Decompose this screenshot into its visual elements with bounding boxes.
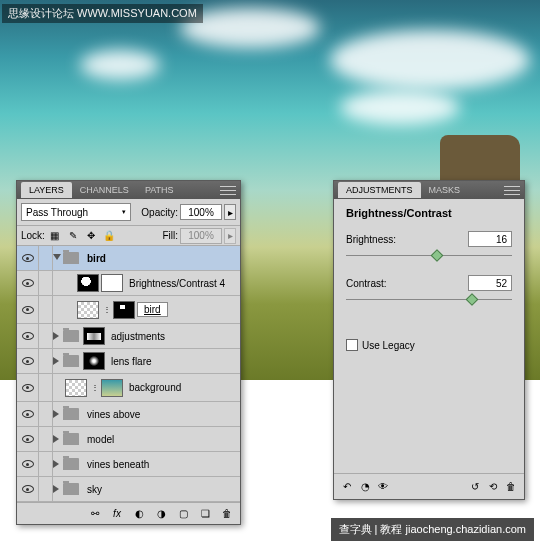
visibility-icon[interactable] xyxy=(22,460,34,468)
reset-icon[interactable]: ⟲ xyxy=(486,480,500,494)
view-icon[interactable]: 👁 xyxy=(376,480,390,494)
folder-icon xyxy=(63,355,79,367)
layer-name: bird xyxy=(83,253,106,264)
disclosure-triangle-icon[interactable] xyxy=(53,485,61,493)
chevron-down-icon: ▾ xyxy=(122,208,126,216)
visibility-icon[interactable] xyxy=(22,332,34,340)
layer-thumb-icon xyxy=(65,379,87,397)
slider-thumb-icon[interactable] xyxy=(431,249,444,262)
new-group-icon[interactable]: ▢ xyxy=(176,507,190,521)
trash-icon[interactable]: 🗑 xyxy=(504,480,518,494)
folder-icon xyxy=(63,433,79,445)
mask-icon[interactable]: ◐ xyxy=(132,507,146,521)
blend-mode-select[interactable]: Pass Through ▾ xyxy=(21,203,131,221)
layer-group-bird[interactable]: bird xyxy=(17,246,240,271)
tab-masks[interactable]: MASKS xyxy=(421,182,469,198)
disclosure-triangle-icon[interactable] xyxy=(53,332,61,340)
disclosure-triangle-icon[interactable] xyxy=(53,357,61,365)
visibility-icon[interactable] xyxy=(22,410,34,418)
opacity-dropdown-button[interactable]: ▸ xyxy=(224,204,236,220)
visibility-icon[interactable] xyxy=(22,254,34,262)
fill-input: 100% xyxy=(180,228,222,244)
tab-adjustments[interactable]: ADJUSTMENTS xyxy=(338,182,421,198)
layer-group-sky[interactable]: sky xyxy=(17,477,240,502)
layers-panel-footer: ⚯ fx ◐ ◑ ▢ ❏ 🗑 xyxy=(17,502,240,524)
brightness-input[interactable] xyxy=(468,231,512,247)
adjustment-title: Brightness/Contrast xyxy=(346,207,512,219)
layer-group-model[interactable]: model xyxy=(17,427,240,452)
layers-controls-row: Pass Through ▾ Opacity: 100% ▸ xyxy=(17,199,240,226)
lock-row: Lock: ▦ ✎ ✥ 🔒 Fill: 100% ▸ xyxy=(17,226,240,246)
return-icon[interactable]: ↶ xyxy=(340,480,354,494)
slider-thumb-icon[interactable] xyxy=(466,293,479,306)
disclosure-triangle-icon[interactable] xyxy=(53,410,61,418)
fx-icon[interactable]: fx xyxy=(110,507,124,521)
trash-icon[interactable]: 🗑 xyxy=(220,507,234,521)
lock-all-icon[interactable]: 🔒 xyxy=(103,230,115,242)
layer-thumb-icon xyxy=(77,301,99,319)
previous-icon[interactable]: ↺ xyxy=(468,480,482,494)
lock-pixels-icon[interactable]: ✎ xyxy=(67,230,79,242)
fill-dropdown-button: ▸ xyxy=(224,228,236,244)
layer-background[interactable]: ⋮ background xyxy=(17,374,240,402)
disclosure-triangle-icon[interactable] xyxy=(53,460,61,468)
adjustment-layer-icon[interactable]: ◑ xyxy=(154,507,168,521)
mask-thumb-icon xyxy=(101,274,123,292)
contrast-slider[interactable] xyxy=(346,295,512,309)
folder-icon xyxy=(63,330,79,342)
tab-channels[interactable]: CHANNELS xyxy=(72,182,137,198)
layer-group-lensflare[interactable]: lens flare xyxy=(17,349,240,374)
visibility-icon[interactable] xyxy=(22,357,34,365)
use-legacy-checkbox[interactable] xyxy=(346,339,358,351)
visibility-icon[interactable] xyxy=(22,485,34,493)
layer-name: sky xyxy=(83,484,102,495)
disclosure-triangle-icon[interactable] xyxy=(53,254,61,262)
clip-icon[interactable]: ◔ xyxy=(358,480,372,494)
lock-transparency-icon[interactable]: ▦ xyxy=(49,230,61,242)
layer-name: model xyxy=(83,434,114,445)
lock-label: Lock: xyxy=(21,230,45,241)
layer-group-adjustments[interactable]: adjustments xyxy=(17,324,240,349)
folder-icon xyxy=(63,408,79,420)
lock-position-icon[interactable]: ✥ xyxy=(85,230,97,242)
visibility-icon[interactable] xyxy=(22,384,34,392)
layer-group-vines-beneath[interactable]: vines beneath xyxy=(17,452,240,477)
blend-mode-value: Pass Through xyxy=(26,207,88,218)
opacity-input[interactable]: 100% xyxy=(180,204,222,220)
new-layer-icon[interactable]: ❏ xyxy=(198,507,212,521)
brightness-label: Brightness: xyxy=(346,234,396,245)
tab-paths[interactable]: PATHS xyxy=(137,182,182,198)
panel-menu-icon[interactable] xyxy=(504,184,520,196)
watermark-bottom: 查字典 | 教程 jiaocheng.chazidian.com xyxy=(331,518,535,541)
visibility-icon[interactable] xyxy=(22,306,34,314)
link-layers-icon[interactable]: ⚯ xyxy=(88,507,102,521)
layer-bird-masked[interactable]: ⋮ bird xyxy=(17,296,240,324)
disclosure-triangle-icon[interactable] xyxy=(53,435,61,443)
watermark-top: 思缘设计论坛 WWW.MISSYUAN.COM xyxy=(2,4,203,23)
folder-icon xyxy=(63,252,79,264)
layers-panel-header: LAYERS CHANNELS PATHS xyxy=(17,181,240,199)
adjustments-body: Brightness/Contrast Brightness: Contrast… xyxy=(334,199,524,359)
contrast-input[interactable] xyxy=(468,275,512,291)
layers-list: bird Brightness/Contrast 4 ⋮ bird xyxy=(17,246,240,502)
tab-layers[interactable]: LAYERS xyxy=(21,182,72,198)
fill-label: Fill: xyxy=(162,230,178,241)
layers-panel: LAYERS CHANNELS PATHS Pass Through ▾ Opa… xyxy=(16,180,241,525)
layer-name: background xyxy=(125,382,181,393)
layer-group-vines-above[interactable]: vines above xyxy=(17,402,240,427)
layer-name: vines above xyxy=(83,409,140,420)
layer-adjustment-brightness[interactable]: Brightness/Contrast 4 xyxy=(17,271,240,296)
adjustments-panel: ADJUSTMENTS MASKS Brightness/Contrast Br… xyxy=(333,180,525,500)
use-legacy-label: Use Legacy xyxy=(362,340,415,351)
adjustments-panel-header: ADJUSTMENTS MASKS xyxy=(334,181,524,199)
visibility-icon[interactable] xyxy=(22,435,34,443)
brightness-slider[interactable] xyxy=(346,251,512,265)
adjustments-footer: ↶ ◔ 👁 ↺ ⟲ 🗑 xyxy=(334,473,524,499)
folder-icon xyxy=(63,458,79,470)
panel-menu-icon[interactable] xyxy=(220,184,236,196)
layer-name[interactable]: bird xyxy=(137,302,168,317)
mask-thumb-icon xyxy=(83,327,105,345)
visibility-icon[interactable] xyxy=(22,279,34,287)
folder-icon xyxy=(63,483,79,495)
contrast-label: Contrast: xyxy=(346,278,387,289)
